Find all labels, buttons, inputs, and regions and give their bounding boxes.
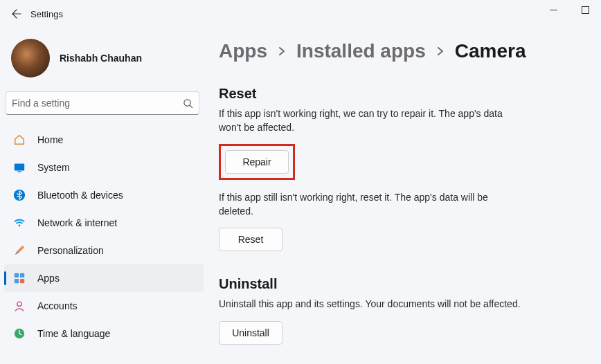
- uninstall-section-title: Uninstall: [219, 276, 580, 292]
- profile[interactable]: Rishabh Chauhan: [4, 33, 204, 89]
- clock-icon: [12, 327, 26, 340]
- sidebar-item-label: Bluetooth & devices: [37, 190, 123, 201]
- svg-line-3: [190, 105, 192, 107]
- svg-rect-5: [17, 171, 21, 172]
- search-input[interactable]: [12, 98, 183, 109]
- sidebar-item-accounts[interactable]: Accounts: [4, 292, 204, 320]
- arrow-left-icon: [11, 8, 22, 19]
- sidebar-item-label: Personalization: [37, 245, 104, 256]
- search-icon: [183, 98, 193, 109]
- sidebar-item-label: Time & language: [37, 328, 110, 339]
- svg-rect-11: [20, 279, 24, 283]
- chevron-right-icon: [436, 46, 445, 56]
- user-name: Rishabh Chauhan: [60, 53, 142, 64]
- system-icon: [12, 161, 26, 174]
- svg-point-12: [17, 302, 21, 306]
- breadcrumb: Apps Installed apps Camera: [219, 40, 580, 62]
- home-icon: [12, 133, 26, 147]
- repair-button[interactable]: Repair: [225, 150, 289, 174]
- svg-rect-4: [15, 164, 24, 171]
- svg-rect-9: [20, 273, 24, 277]
- maximize-icon: [582, 6, 589, 14]
- accounts-icon: [12, 299, 26, 313]
- window-title: Settings: [30, 9, 63, 19]
- sidebar-item-label: Home: [37, 134, 63, 145]
- svg-point-2: [184, 99, 190, 105]
- svg-rect-8: [15, 273, 19, 277]
- maximize-button[interactable]: [569, 0, 601, 19]
- sidebar-item-label: Network & internet: [37, 217, 117, 228]
- sidebar-item-label: System: [37, 162, 70, 173]
- sidebar-item-system[interactable]: System: [4, 154, 204, 181]
- reset-button[interactable]: Reset: [219, 228, 282, 251]
- paintbrush-icon: [12, 244, 26, 257]
- apps-icon: [12, 271, 26, 285]
- svg-rect-1: [582, 6, 589, 13]
- reset-repair-desc: If this app isn't working right, we can …: [219, 107, 523, 134]
- sidebar-item-home[interactable]: Home: [4, 126, 204, 154]
- uninstall-button[interactable]: Uninstall: [219, 321, 282, 345]
- back-button[interactable]: [6, 3, 28, 25]
- sidebar-item-bluetooth[interactable]: Bluetooth & devices: [4, 181, 204, 209]
- minimize-button[interactable]: [537, 0, 569, 19]
- breadcrumb-installed-apps[interactable]: Installed apps: [296, 40, 426, 62]
- nav: Home System Bluetooth & devices Network …: [4, 126, 204, 347]
- svg-rect-10: [15, 279, 19, 283]
- wifi-icon: [12, 216, 26, 230]
- breadcrumb-apps[interactable]: Apps: [219, 40, 267, 62]
- reset-section-title: Reset: [219, 86, 580, 102]
- bluetooth-icon: [12, 188, 26, 202]
- sidebar-item-label: Accounts: [37, 300, 78, 311]
- sidebar-item-apps[interactable]: Apps: [4, 264, 204, 292]
- titlebar: Settings: [0, 0, 601, 28]
- reset-desc: If this app still isn't working right, r…: [219, 191, 523, 218]
- window-controls: [537, 0, 601, 19]
- sidebar-item-personalization[interactable]: Personalization: [4, 237, 204, 264]
- avatar: [11, 39, 50, 78]
- chevron-right-icon: [277, 46, 287, 56]
- minimize-icon: [550, 6, 557, 14]
- sidebar-item-label: Apps: [37, 273, 60, 284]
- main-content: Apps Installed apps Camera Reset If this…: [208, 28, 601, 364]
- repair-highlight: Repair: [219, 144, 295, 180]
- sidebar-item-time[interactable]: Time & language: [4, 320, 204, 347]
- breadcrumb-current: Camera: [455, 40, 526, 62]
- search-box[interactable]: [6, 91, 199, 115]
- sidebar-item-network[interactable]: Network & internet: [4, 209, 204, 237]
- sidebar: Rishabh Chauhan Home System: [0, 28, 208, 364]
- uninstall-desc: Uninstall this app and its settings. You…: [219, 298, 523, 311]
- svg-point-7: [19, 225, 21, 227]
